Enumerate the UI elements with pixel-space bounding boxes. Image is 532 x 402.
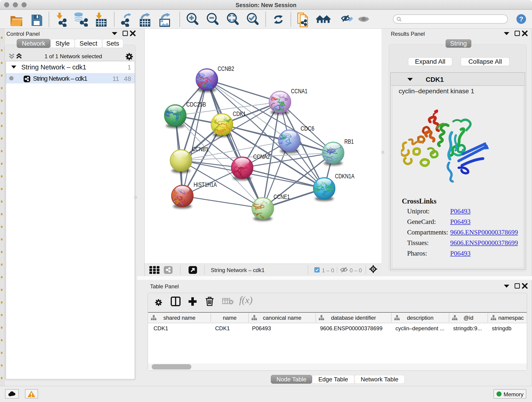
svg-text:CCNA2: CCNA2 xyxy=(253,153,270,160)
svg-text:CCNA1: CCNA1 xyxy=(291,88,307,95)
svg-text:RB1: RB1 xyxy=(344,138,354,145)
svg-text:CCNB1: CCNB1 xyxy=(192,146,209,153)
svg-text:HIST1H1A: HIST1H1A xyxy=(194,181,217,188)
svg-text:CDK1: CDK1 xyxy=(233,110,246,117)
svg-text:CCNB2: CCNB2 xyxy=(218,65,234,72)
svg-text:CDC6: CDC6 xyxy=(301,125,314,132)
svg-text:CCNE1: CCNE1 xyxy=(273,193,290,200)
svg-text:CDKN1A: CDKN1A xyxy=(335,173,355,180)
svg-text:CDC25B: CDC25B xyxy=(186,101,206,108)
